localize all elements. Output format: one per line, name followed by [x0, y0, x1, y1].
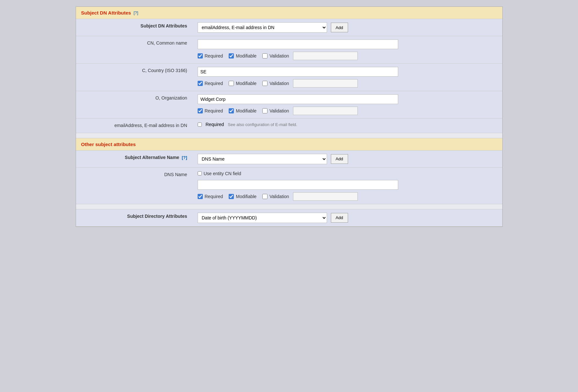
cn-validation-checkbox[interactable] — [262, 53, 267, 58]
country-validation-checkbox[interactable] — [262, 81, 267, 86]
cn-content: Required Modifiable Validation — [192, 36, 502, 63]
email-dn-row: emailAddress, E-mail address in DN Requi… — [76, 119, 502, 133]
san-label: Subject Alternative Name [?] — [76, 151, 192, 165]
dns-validation-checkbox[interactable] — [262, 194, 267, 199]
dns-required-label: Required — [205, 194, 223, 199]
dns-name-content: Use entity CN field Required Modifiable … — [192, 168, 502, 204]
use-entity-row: Use entity CN field — [198, 171, 497, 176]
org-label: O, Organization — [76, 91, 192, 105]
country-content: Required Modifiable Validation — [192, 64, 502, 91]
country-checkbox-row: Required Modifiable Validation — [198, 79, 497, 88]
subject-dn-add-button[interactable]: Add — [331, 23, 348, 32]
org-required-checkbox[interactable] — [198, 108, 203, 113]
org-validation-checkbox[interactable] — [262, 108, 267, 113]
org-validation-input[interactable] — [293, 107, 358, 115]
country-input[interactable] — [198, 67, 398, 77]
subject-dn-help[interactable]: [?] — [134, 10, 138, 15]
dns-validation-label: Validation — [269, 194, 289, 199]
use-entity-cn-checkbox[interactable] — [198, 171, 202, 175]
sda-select[interactable]: Date of birth (YYYYMMDD) Gender Place of… — [198, 213, 327, 223]
subject-dn-attributes-content: emailAddress, E-mail address in DN CN, C… — [192, 19, 502, 36]
spacer-2 — [76, 204, 502, 209]
org-modifiable-checkbox[interactable] — [229, 108, 234, 113]
cn-modifiable-label: Modifiable — [236, 53, 256, 58]
org-validation-label: Validation — [269, 108, 289, 113]
cn-checkbox-row: Required Modifiable Validation — [198, 52, 497, 60]
country-validation-input[interactable] — [293, 79, 358, 88]
cn-validation-label: Validation — [269, 53, 289, 58]
san-help-link[interactable]: [?] — [182, 155, 187, 160]
dns-checkbox-row: Required Modifiable Validation — [198, 192, 497, 201]
country-modifiable-checkbox[interactable] — [229, 81, 234, 86]
san-row: Subject Alternative Name [?] DNS Name IP… — [76, 151, 502, 168]
main-container: Subject DN Attributes [?] Subject DN Att… — [76, 6, 503, 227]
email-required-checkbox[interactable] — [198, 122, 202, 127]
email-dn-content: Required See also configuration of E-mai… — [192, 119, 502, 130]
dns-required-checkbox[interactable] — [198, 194, 203, 199]
email-dn-label: emailAddress, E-mail address in DN — [76, 119, 192, 133]
san-select[interactable]: DNS Name IP Address Email URI — [198, 154, 327, 164]
sda-content: Date of birth (YYYYMMDD) Gender Place of… — [192, 209, 502, 226]
org-checkbox-row: Required Modifiable Validation — [198, 107, 497, 115]
org-content: Required Modifiable Validation — [192, 91, 502, 118]
dns-validation-input[interactable] — [293, 192, 358, 201]
cn-label: CN, Common name — [76, 36, 192, 50]
cn-validation-input[interactable] — [293, 52, 358, 60]
sda-row: Subject Directory Attributes Date of bir… — [76, 209, 502, 227]
cn-modifiable-checkbox[interactable] — [229, 53, 234, 58]
country-label: C, Country (ISO 3166) — [76, 64, 192, 78]
dns-name-label: DNS Name — [76, 168, 192, 182]
sda-add-button[interactable]: Add — [331, 213, 348, 223]
country-validation-label: Validation — [269, 81, 289, 86]
subject-dn-attributes-select[interactable]: emailAddress, E-mail address in DN CN, C… — [198, 22, 327, 33]
org-row: O, Organization Required Modifiable Vali… — [76, 91, 502, 119]
dns-name-input[interactable] — [198, 180, 398, 190]
org-modifiable-label: Modifiable — [236, 108, 256, 113]
org-input[interactable] — [198, 94, 398, 104]
spacer-1 — [76, 133, 502, 138]
email-hint-text: See also configuration of E-mail field. — [228, 122, 297, 127]
country-modifiable-label: Modifiable — [236, 81, 256, 86]
cn-input[interactable] — [198, 39, 398, 49]
use-entity-cn-label: Use entity CN field — [204, 171, 241, 176]
subject-dn-attributes-label: Subject DN Attributes — [76, 19, 192, 33]
country-required-checkbox[interactable] — [198, 81, 203, 86]
sda-label: Subject Directory Attributes — [76, 209, 192, 224]
subject-dn-header: Subject DN Attributes [?] — [76, 7, 502, 19]
country-row: C, Country (ISO 3166) Required Modifiabl… — [76, 64, 502, 91]
cn-required-label: Required — [205, 53, 223, 58]
san-add-button[interactable]: Add — [331, 154, 348, 164]
other-subject-header: Other subject attributes — [76, 138, 502, 151]
dns-modifiable-label: Modifiable — [236, 194, 256, 199]
email-required-label: Required — [206, 122, 224, 127]
cn-required-checkbox[interactable] — [198, 53, 203, 58]
other-subject-title: Other subject attributes — [81, 142, 136, 147]
san-content: DNS Name IP Address Email URI Add — [192, 151, 502, 167]
dns-name-row: DNS Name Use entity CN field Required Mo… — [76, 168, 502, 204]
country-required-label: Required — [205, 81, 223, 86]
dns-modifiable-checkbox[interactable] — [229, 194, 234, 199]
org-required-label: Required — [205, 108, 223, 113]
subject-dn-attributes-row: Subject DN Attributes emailAddress, E-ma… — [76, 19, 502, 36]
cn-row: CN, Common name Required Modifiable Vali… — [76, 36, 502, 64]
subject-dn-title: Subject DN Attributes — [81, 10, 131, 16]
